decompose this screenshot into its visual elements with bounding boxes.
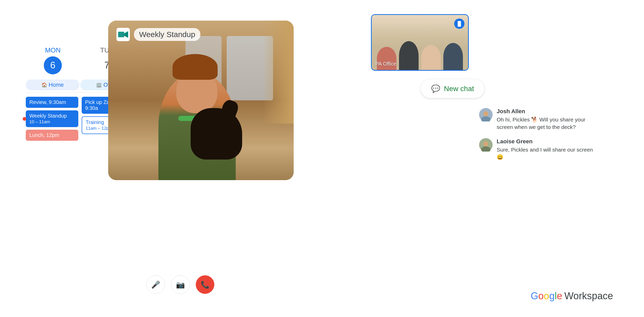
monday-number: 6 [44, 56, 62, 74]
chat-message-laoise: Laoise Green Sure, Pickles and I will sh… [479, 138, 598, 161]
office-icon: 🏢 [96, 82, 102, 88]
home-label: Home [49, 82, 64, 88]
laoise-message-text: Sure, Pickles and I will share our scree… [497, 146, 598, 161]
mute-button[interactable]: 🎤 [146, 275, 165, 294]
josh-name: Josh Allen [497, 108, 598, 115]
weekly-standup-event[interactable]: Weekly Standup 10 – 11am [26, 110, 78, 127]
person-hair [173, 54, 218, 80]
new-chat-label: New chat [444, 85, 474, 93]
g-letter-blue: G [531, 290, 538, 301]
pip-window[interactable]: PA Office ▐▌ [371, 14, 469, 71]
svg-point-5 [483, 111, 488, 116]
laoise-avatar-img [479, 138, 493, 152]
josh-avatar [479, 108, 493, 121]
audio-bars-icon: ▐▌ [456, 21, 463, 27]
svg-rect-3 [118, 32, 124, 37]
office-person-3 [421, 45, 441, 70]
josh-avatar-img [479, 108, 493, 121]
laoise-avatar [479, 138, 493, 152]
chat-message-josh: Josh Allen Oh hi, Pickles 🐕 Will you sha… [479, 108, 598, 131]
meet-logo-icon [116, 28, 130, 41]
g-letter-yellow: o [544, 290, 549, 301]
office-person-4 [443, 43, 463, 70]
review-event-label: Review, 9:30am [29, 99, 66, 105]
video-controls: 🎤 📷 📞 [146, 275, 214, 294]
chat-bubble-icon: 💬 [431, 84, 440, 93]
lunch-event[interactable]: Lunch, 12pm [26, 130, 78, 141]
video-header: Weekly Standup [116, 28, 200, 41]
new-chat-button[interactable]: 💬 New chat [421, 79, 484, 98]
standup-dot [23, 117, 26, 121]
pip-location-label: PA Office [375, 61, 396, 67]
video-call-container: Weekly Standup [108, 21, 294, 180]
curtain [263, 21, 294, 124]
home-location-badge: 🏠 Home [26, 80, 79, 90]
g-letter-red: o [538, 290, 544, 301]
video-scene [108, 21, 294, 180]
josh-message-text: Oh hi, Pickles 🐕 Will you share your scr… [497, 116, 598, 131]
training-title: Training [86, 119, 104, 125]
standup-time: 10 – 11am [29, 119, 75, 125]
josh-message-content: Josh Allen Oh hi, Pickles 🐕 Will you sha… [497, 108, 598, 131]
laoise-message-content: Laoise Green Sure, Pickles and I will sh… [497, 138, 598, 161]
camera-button[interactable]: 📷 [171, 275, 190, 294]
office-person-2 [399, 41, 419, 70]
g-letter-red2: e [557, 290, 562, 301]
google-workspace-logo: Google Workspace [531, 290, 613, 302]
monday-label: MON [26, 46, 80, 54]
lunch-label: Lunch, 12pm [29, 132, 59, 138]
monday-column: MON 6 [26, 46, 80, 74]
pip-audio-icon: ▐▌ [454, 19, 464, 29]
monday-events: Review, 9:30am Weekly Standup 10 – 11am … [26, 97, 80, 141]
video-call-title: Weekly Standup [134, 28, 200, 41]
standup-title: Weekly Standup [29, 113, 67, 119]
chat-messages-section: Josh Allen Oh hi, Pickles 🐕 Will you sha… [479, 108, 598, 168]
g-letter-blue2: g [549, 290, 555, 301]
laoise-name: Laoise Green [497, 138, 598, 145]
pip-scene: PA Office ▐▌ [372, 15, 468, 70]
svg-point-8 [483, 141, 488, 146]
home-icon: 🏠 [41, 82, 47, 88]
workspace-text: Workspace [564, 290, 613, 302]
dog-body [191, 108, 242, 160]
end-call-button[interactable]: 📞 [196, 275, 214, 294]
google-logo-text: Google [531, 290, 562, 302]
review-event[interactable]: Review, 9:30am [26, 97, 78, 108]
